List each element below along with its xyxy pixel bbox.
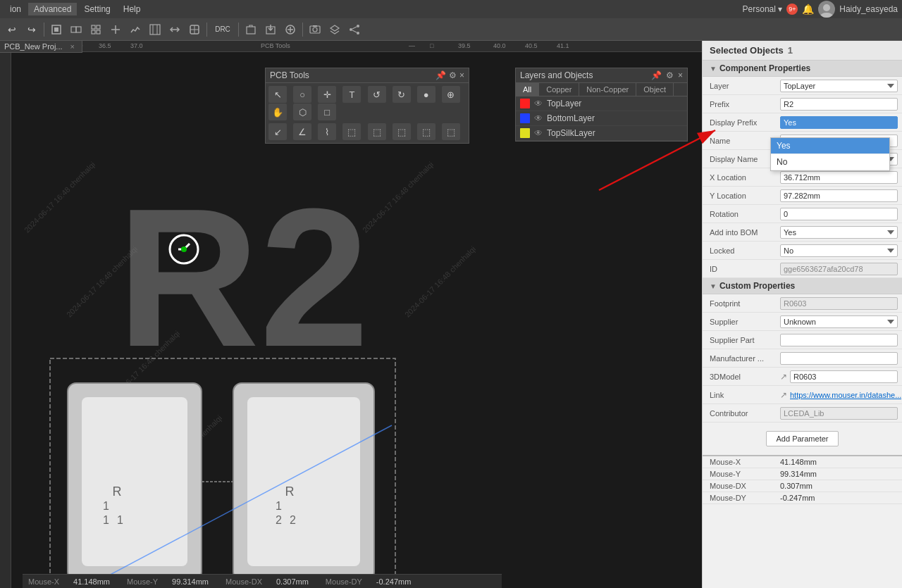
pcb-canvas[interactable]: 2024-06-17 16:48 chenhalqi 2024-06-17 16… bbox=[11, 52, 702, 588]
tool-select[interactable]: ↖ bbox=[268, 86, 287, 103]
toolbar-redo[interactable]: ↪ bbox=[23, 21, 41, 38]
tool-hand[interactable]: ✋ bbox=[268, 104, 287, 120]
prop-prefix-input[interactable] bbox=[780, 98, 898, 111]
layer-eye-silk[interactable]: 👁 bbox=[534, 128, 543, 138]
tool-arc2[interactable]: ↻ bbox=[393, 86, 411, 103]
custom-props-header[interactable]: ▼ Custom Properties bbox=[703, 278, 902, 294]
prop-supplier-part-input[interactable] bbox=[780, 334, 898, 346]
tool-arc1[interactable]: ↺ bbox=[368, 86, 386, 103]
dropdown-no[interactable]: No bbox=[771, 154, 889, 170]
layer-bottomlayer[interactable]: 👁 BottomLayer bbox=[516, 111, 687, 126]
menu-ion[interactable]: ion bbox=[4, 3, 27, 15]
layer-eye-bottom[interactable]: 👁 bbox=[534, 113, 543, 123]
tool-crosshair[interactable]: ⊕ bbox=[442, 86, 460, 103]
tab-object[interactable]: Object bbox=[636, 83, 674, 96]
menu-advanced[interactable]: Advanced bbox=[28, 3, 77, 15]
layer-toplayer[interactable]: 👁 TopLayer bbox=[516, 96, 687, 111]
statusbar: Mouse-X 41.148mm Mouse-Y 99.314mm Mouse-… bbox=[23, 574, 502, 588]
toolbar-export1[interactable] bbox=[261, 21, 280, 38]
prop-locked-select[interactable]: No bbox=[780, 244, 898, 257]
tool-arrow[interactable]: ↙ bbox=[268, 123, 287, 140]
canvas-area[interactable]: PCB_New Proj... × 35.0 35.5 36.0 36.5 37… bbox=[0, 41, 702, 588]
personal-menu[interactable]: Personal ▾ bbox=[743, 4, 783, 14]
prop-layer-select[interactable]: TopLayer bbox=[780, 80, 898, 92]
component-props-header[interactable]: ▼ Component Properties bbox=[703, 61, 902, 77]
menu-setting[interactable]: Setting bbox=[78, 3, 116, 15]
svg-marker-28 bbox=[330, 25, 339, 31]
svg-point-0 bbox=[823, 4, 830, 11]
toolbar-btn3[interactable] bbox=[87, 21, 105, 38]
prop-add-bom-select[interactable]: Yes bbox=[780, 226, 898, 239]
notification-badge[interactable]: 9+ bbox=[786, 4, 798, 15]
avatar[interactable] bbox=[818, 1, 835, 18]
layer-topsilk[interactable]: 👁 TopSilkLayer bbox=[516, 126, 687, 141]
prop-x-location-label: X Location bbox=[710, 173, 780, 182]
layers-close[interactable]: × bbox=[678, 70, 683, 80]
toolbar-import[interactable] bbox=[242, 21, 260, 38]
prop-y-location-input[interactable] bbox=[780, 189, 898, 202]
toolbar-photo[interactable] bbox=[306, 21, 324, 38]
tool-path[interactable]: ⌇ bbox=[318, 123, 336, 140]
prop-display-prefix-select[interactable]: Yes bbox=[780, 116, 898, 129]
prop-link-value[interactable]: https://www.mouser.in/datashe... bbox=[790, 391, 901, 399]
svg-rect-44 bbox=[247, 397, 360, 566]
tab-non-copper[interactable]: Non-Copper bbox=[579, 83, 636, 96]
toolbar-btn5[interactable] bbox=[126, 21, 144, 38]
layer-eye-top[interactable]: 👁 bbox=[534, 99, 543, 108]
bell-icon[interactable]: 🔔 bbox=[802, 4, 814, 15]
prop-supplier-select[interactable]: Unknown bbox=[780, 315, 898, 328]
pcb-tools-pin[interactable]: 📌 bbox=[435, 70, 446, 80]
display-prefix-dropdown: Yes No bbox=[770, 137, 890, 171]
mouse-x-label: Mouse-X bbox=[28, 577, 59, 586]
prop-y-location: Y Location bbox=[703, 187, 902, 205]
info-mouse-x: Mouse-X 41.148mm bbox=[703, 456, 902, 468]
main-area: PCB_New Proj... × 35.0 35.5 36.0 36.5 37… bbox=[0, 41, 902, 588]
prop-id-input bbox=[780, 263, 898, 275]
menu-help[interactable]: Help bbox=[118, 3, 147, 15]
tool-dot[interactable]: ● bbox=[417, 86, 435, 103]
tab-all[interactable]: All bbox=[516, 83, 539, 96]
add-parameter-button[interactable]: Add Parameter bbox=[766, 431, 839, 446]
tool-angle[interactable]: ∠ bbox=[293, 123, 311, 140]
toolbar-share[interactable] bbox=[345, 21, 364, 38]
toolbar-btn7[interactable] bbox=[166, 21, 184, 38]
tool-cross[interactable]: ✛ bbox=[318, 86, 336, 103]
toolbar-btn2[interactable] bbox=[67, 21, 85, 38]
prop-x-location-input[interactable] bbox=[780, 171, 898, 184]
tool-sq2[interactable]: ⬚ bbox=[393, 123, 411, 140]
pcb-tab[interactable]: PCB_New Proj... × bbox=[0, 41, 82, 53]
svg-text:1: 1 bbox=[103, 514, 109, 526]
tool-text[interactable]: T bbox=[342, 86, 361, 103]
prop-3dmodel-input[interactable] bbox=[790, 370, 898, 383]
tab-copper[interactable]: Copper bbox=[539, 83, 579, 96]
tool-sq1[interactable]: ⬚ bbox=[368, 123, 386, 140]
layers-settings[interactable]: ⚙ bbox=[666, 70, 674, 80]
tool-dashed[interactable]: ⬚ bbox=[342, 123, 361, 140]
username: Haidy_easyeda bbox=[839, 4, 898, 14]
tool-sq3[interactable]: ⬚ bbox=[417, 123, 435, 140]
prop-rotation-input[interactable] bbox=[780, 208, 898, 220]
toolbar-btn8[interactable] bbox=[185, 21, 204, 38]
pcb-tools-settings[interactable]: ⚙ bbox=[449, 70, 457, 80]
toolbar-export2[interactable] bbox=[281, 21, 299, 38]
toolbar-undo[interactable]: ↩ bbox=[3, 21, 21, 38]
toolbar-drc[interactable]: DRC bbox=[210, 21, 235, 38]
tool-hex[interactable]: ⬡ bbox=[293, 104, 311, 120]
dropdown-yes[interactable]: Yes bbox=[771, 138, 889, 154]
pcb-tools-close[interactable]: × bbox=[459, 70, 464, 80]
tool-rect[interactable]: □ bbox=[318, 104, 336, 120]
info-mouse-y-label: Mouse-Y bbox=[710, 470, 780, 478]
toolbar-btn6[interactable] bbox=[146, 21, 164, 38]
collapse-icon: ▼ bbox=[710, 65, 717, 73]
layers-panel: Layers and Objects 📌 ⚙ × All Copper Non-… bbox=[515, 68, 688, 142]
add-param-row: Add Parameter bbox=[703, 423, 902, 455]
toolbar-btn1[interactable] bbox=[47, 21, 66, 38]
toolbar-layers[interactable] bbox=[326, 21, 344, 38]
info-mouse-dy: Mouse-DY -0.247mm bbox=[703, 492, 902, 504]
pcb-close[interactable]: × bbox=[70, 42, 75, 51]
layers-pin[interactable]: 📌 bbox=[651, 70, 662, 80]
tool-sq4[interactable]: ⬚ bbox=[442, 123, 460, 140]
prop-manufacturer-input[interactable] bbox=[780, 352, 898, 365]
toolbar-btn4[interactable] bbox=[106, 21, 125, 38]
tool-circle[interactable]: ○ bbox=[293, 86, 311, 103]
